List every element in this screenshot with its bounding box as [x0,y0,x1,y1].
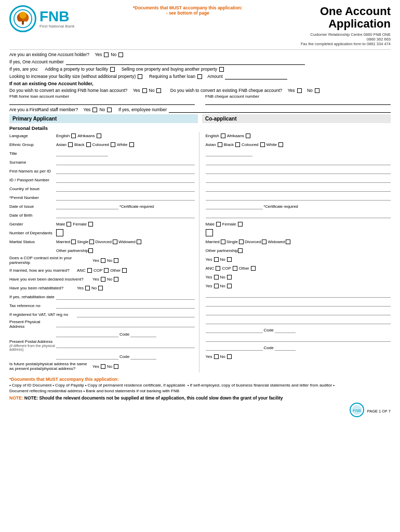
cop-married-coapplicant-cb[interactable] [233,266,237,271]
surname-primary-line[interactable] [56,159,195,165]
requiring-cb[interactable] [197,74,202,79]
other-partner-coapplicant-cb[interactable] [238,248,243,253]
fnb-loan-line[interactable] [9,99,195,105]
firstrand-no-cb[interactable] [107,108,112,112]
cop-yes-coapplicant-cb[interactable] [214,257,219,262]
single-primary-cb[interactable] [89,240,94,244]
cop-no-primary-cb[interactable] [114,258,118,263]
future-postal-no-coapplicant-cb[interactable] [227,354,232,359]
tax-primary-line[interactable] [56,303,195,309]
insolvent-yes-primary-cb[interactable] [101,277,105,282]
physical-coapplicant-line[interactable] [206,318,391,324]
insolvent-no-coapplicant-cb[interactable] [227,275,232,280]
permit-primary-line[interactable] [56,195,195,201]
future-postal-yes-primary-cb[interactable] [101,364,105,369]
black-primary-cb[interactable] [86,142,91,147]
rehab-date-coapplicant-line[interactable] [206,292,391,298]
surname-coapplicant-line[interactable] [206,159,391,165]
employee-number-line[interactable] [169,107,391,113]
country-coapplicant-line[interactable] [206,186,391,192]
afrikaans-coapplicant-cb[interactable] [246,134,250,138]
insolvent-yes-coapplicant-cb[interactable] [214,275,219,280]
anc-coapplicant-cb[interactable] [216,266,220,271]
physical-addr2-coapplicant-line[interactable] [206,327,263,333]
married-primary-cb[interactable] [71,240,76,244]
date-issue-coapplicant-line[interactable] [206,204,263,209]
coloured-coapplicant-cb[interactable] [260,142,265,147]
date-issue-primary-line[interactable] [56,204,118,209]
divorced-coapplicant-cb[interactable] [262,240,266,244]
female-coapplicant-cb[interactable] [238,222,243,227]
asian-coapplicant-cb[interactable] [218,142,222,147]
english-primary-cb[interactable] [71,134,76,138]
convert-fnb-no-cb[interactable] [156,88,161,93]
english-coapplicant-cb[interactable] [221,134,225,138]
physical-code-coapplicant-line[interactable] [275,327,296,333]
convert-cheque-no-cb[interactable] [315,88,319,93]
black-coapplicant-cb[interactable] [235,142,240,147]
asian-primary-cb[interactable] [68,142,73,147]
country-primary-line[interactable] [56,186,195,192]
postal-coapplicant-line[interactable] [206,336,391,342]
postal-addr2-coapplicant-line[interactable] [206,345,263,351]
cop-yes-primary-cb[interactable] [101,258,105,263]
permit-coapplicant-line[interactable] [206,195,391,201]
dependants-primary-box[interactable] [56,229,63,236]
anc-primary-cb[interactable] [87,268,92,273]
other-married-primary-cb[interactable] [122,268,127,273]
cop-no-coapplicant-cb[interactable] [227,257,232,262]
title-coapplicant-line[interactable] [206,151,252,156]
physical-addr2-primary-line[interactable] [56,331,118,337]
future-postal-no-primary-cb[interactable] [114,364,118,369]
single-coapplicant-cb[interactable] [239,240,244,244]
dependants-coapplicant-box[interactable] [206,229,213,236]
yes-existing-cb[interactable] [104,52,109,57]
tax-coapplicant-line[interactable] [206,301,391,307]
married-coapplicant-cb[interactable] [221,240,225,244]
divorced-primary-cb[interactable] [113,240,117,244]
account-number-line[interactable] [66,59,305,65]
firstrand-yes-cb[interactable] [92,108,97,112]
fnb-cheque-line[interactable] [205,99,391,105]
postal-addr2-primary-line[interactable] [56,354,118,360]
white-primary-cb[interactable] [129,142,134,147]
amount-line[interactable] [225,73,287,79]
rehab-date-primary-line[interactable] [56,294,195,300]
firstnames-coapplicant-line[interactable] [206,168,391,174]
looking-cb[interactable] [138,74,142,79]
convert-cheque-yes-cb[interactable] [297,88,302,93]
white-coapplicant-cb[interactable] [278,142,283,147]
coloured-primary-cb[interactable] [111,142,115,147]
postal-code-primary-line[interactable] [130,354,156,360]
id-coapplicant-line[interactable] [206,177,391,183]
postal-code-coapplicant-line[interactable] [275,345,296,351]
insolvent-no-primary-cb[interactable] [114,277,118,282]
cop-married-primary-cb[interactable] [104,268,109,273]
dob-coapplicant-line[interactable] [206,212,391,218]
physical-addr-primary-line[interactable] [56,322,195,327]
no-existing-cb[interactable] [118,52,123,57]
male-coapplicant-cb[interactable] [216,222,221,227]
dob-primary-line[interactable] [56,212,195,218]
vat-coapplicant-line[interactable] [206,310,391,315]
first-names-primary-line[interactable] [56,168,195,174]
title-primary-line[interactable] [56,151,108,156]
male-primary-cb[interactable] [66,222,71,227]
future-postal-yes-coapplicant-cb[interactable] [214,354,219,359]
rehab-yes-coapplicant-cb[interactable] [214,284,219,288]
postal-addr-primary-line[interactable] [56,342,195,348]
adding-property-cb[interactable] [110,67,115,72]
other-married-coapplicant-cb[interactable] [251,266,256,271]
rehab-no-primary-cb[interactable] [98,286,103,290]
convert-fnb-yes-cb[interactable] [142,88,147,93]
id-primary-line[interactable] [56,177,195,183]
widowed-coapplicant-cb[interactable] [286,240,290,244]
other-partner-primary-cb[interactable] [88,248,93,253]
female-primary-cb[interactable] [88,222,93,227]
selling-cb[interactable] [219,67,224,72]
afrikaans-primary-cb[interactable] [97,134,101,138]
rehab-no-coapplicant-cb[interactable] [227,284,232,288]
rehab-yes-primary-cb[interactable] [85,286,90,290]
vat-primary-line[interactable] [77,312,195,317]
physical-code-primary-line[interactable] [130,331,156,337]
